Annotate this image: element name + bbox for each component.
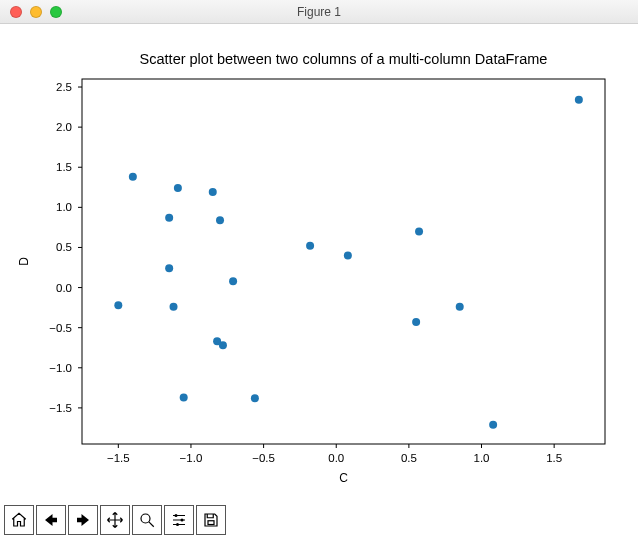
- y-tick-label: −0.5: [49, 322, 72, 334]
- back-button[interactable]: [36, 505, 66, 535]
- scatter-point: [489, 421, 497, 429]
- y-tick-label: 0.5: [56, 241, 72, 253]
- svg-point-19: [181, 519, 184, 522]
- scatter-point: [180, 393, 188, 401]
- y-tick-label: 2.5: [56, 81, 72, 93]
- x-tick-label: −1.5: [107, 452, 130, 464]
- scatter-point: [219, 341, 227, 349]
- scatter-point: [344, 251, 352, 259]
- x-tick-label: 0.0: [328, 452, 344, 464]
- y-tick-label: 1.5: [56, 161, 72, 173]
- svg-rect-21: [208, 521, 214, 525]
- svg-rect-0: [82, 79, 605, 444]
- scatter-point: [114, 301, 122, 309]
- matplotlib-toolbar: [0, 503, 638, 537]
- x-tick-label: 1.5: [546, 452, 562, 464]
- save-icon: [202, 511, 220, 529]
- pan-button[interactable]: [100, 505, 130, 535]
- chart-title: Scatter plot between two columns of a mu…: [140, 51, 548, 67]
- window-title: Figure 1: [0, 5, 638, 19]
- plot-area: Scatter plot between two columns of a mu…: [0, 24, 638, 503]
- window-controls: [0, 6, 62, 18]
- scatter-point: [165, 264, 173, 272]
- home-button[interactable]: [4, 505, 34, 535]
- zoom-button[interactable]: [132, 505, 162, 535]
- y-tick-label: 2.0: [56, 121, 72, 133]
- titlebar: Figure 1: [0, 0, 638, 24]
- configure-button[interactable]: [164, 505, 194, 535]
- home-icon: [10, 511, 28, 529]
- scatter-point: [415, 227, 423, 235]
- svg-point-18: [175, 514, 178, 517]
- y-tick-label: 0.0: [56, 282, 72, 294]
- x-axis-label: C: [339, 471, 348, 485]
- y-axis-label: D: [17, 257, 31, 266]
- maximize-icon[interactable]: [50, 6, 62, 18]
- forward-button[interactable]: [68, 505, 98, 535]
- scatter-point: [165, 214, 173, 222]
- scatter-point: [575, 96, 583, 104]
- scatter-point: [229, 277, 237, 285]
- scatter-point: [251, 394, 259, 402]
- scatter-point: [129, 173, 137, 181]
- close-icon[interactable]: [10, 6, 22, 18]
- scatter-point: [456, 303, 464, 311]
- figure-window: Figure 1 Scatter plot between two column…: [0, 0, 638, 537]
- magnifier-icon: [138, 511, 156, 529]
- scatter-chart: Scatter plot between two columns of a mu…: [0, 24, 638, 503]
- forward-icon: [74, 511, 92, 529]
- scatter-point: [174, 184, 182, 192]
- scatter-point: [306, 242, 314, 250]
- minimize-icon[interactable]: [30, 6, 42, 18]
- scatter-point: [412, 318, 420, 326]
- move-icon: [106, 511, 124, 529]
- scatter-point: [209, 188, 217, 196]
- y-tick-label: −1.5: [49, 402, 72, 414]
- sliders-icon: [170, 511, 188, 529]
- x-tick-label: 0.5: [401, 452, 417, 464]
- svg-point-17: [141, 514, 150, 523]
- x-tick-label: 1.0: [474, 452, 490, 464]
- svg-point-20: [176, 523, 179, 526]
- y-tick-label: −1.0: [49, 362, 72, 374]
- x-tick-label: −0.5: [252, 452, 275, 464]
- back-icon: [42, 511, 60, 529]
- y-tick-label: 1.0: [56, 201, 72, 213]
- x-tick-label: −1.0: [180, 452, 203, 464]
- scatter-point: [170, 303, 178, 311]
- save-button[interactable]: [196, 505, 226, 535]
- scatter-point: [216, 216, 224, 224]
